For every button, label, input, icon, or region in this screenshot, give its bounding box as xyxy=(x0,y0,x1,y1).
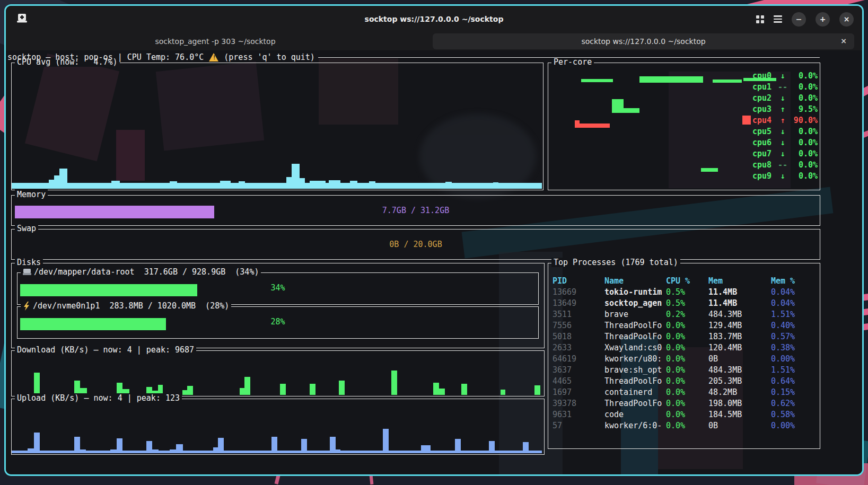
chart-bar xyxy=(369,181,375,189)
chart-bar xyxy=(575,124,610,128)
tab-socktop-agent[interactable]: socktop_agent -p 303 ~/socktop xyxy=(6,32,425,50)
core-alert-spacer xyxy=(742,82,751,91)
chart-bar xyxy=(489,441,495,453)
core-name: cpu6 xyxy=(752,138,777,147)
core-usage-value: 9.5% xyxy=(788,104,818,114)
disk-data-root-title: /dev/mapper/data-root 317.6GB / 928.9GB … xyxy=(21,267,261,277)
tab-socktop-active[interactable]: socktop ws://127.0.0.0 ~/socktop × xyxy=(433,33,854,49)
process-mem: 129.4MB xyxy=(708,321,771,330)
process-mem: 48.2MB xyxy=(708,387,771,397)
chart-bar xyxy=(182,390,187,395)
core-alert-spacer xyxy=(742,160,751,169)
process-cpu: 0.0% xyxy=(666,387,708,397)
chart-bar xyxy=(170,449,176,453)
tab-label: socktop_agent -p 303 ~/socktop xyxy=(155,37,275,46)
host-temp-text: socktop — host: pop-os | CPU Temp: 76.0°… xyxy=(7,52,204,62)
core-alert-spacer xyxy=(742,138,751,147)
core-trend-icon: ↑ xyxy=(777,116,788,125)
process-pid: 1697 xyxy=(553,387,604,397)
core-alert-spacer xyxy=(742,149,751,158)
chart-bar xyxy=(54,175,59,189)
minimize-button[interactable]: − xyxy=(792,12,806,27)
process-mem-percent: 1.51% xyxy=(771,365,817,375)
chart-bar xyxy=(244,377,250,395)
chart-bar xyxy=(271,437,277,453)
process-mem: 0B xyxy=(708,354,771,364)
cpu-avg-sparkline xyxy=(12,63,543,190)
core-usage-value: 0.0% xyxy=(788,149,818,158)
core-row: cpu9↓0.0% xyxy=(742,170,818,181)
chart-bar xyxy=(433,383,439,395)
process-mem: 11.4MB xyxy=(708,287,771,297)
chart-bar xyxy=(612,99,624,113)
core-trend-icon: ↓ xyxy=(777,149,788,158)
process-cpu: 0.5% xyxy=(666,298,708,308)
process-table-header: PIDNameCPU %MemMem % xyxy=(553,275,817,286)
tab-bar: socktop_agent -p 303 ~/socktop socktop w… xyxy=(6,32,862,50)
process-row: 9631code0.0%184.5MB0.58% xyxy=(553,409,817,420)
process-mem: 120.4MB xyxy=(708,343,771,352)
process-row: 4465ThreadPoolFo0.0%205.3MB0.64% xyxy=(553,375,817,386)
core-trend-icon: ↓ xyxy=(777,71,788,81)
chart-bar xyxy=(701,168,718,172)
chart-bar xyxy=(713,80,742,83)
top-processes-title: Top Processes (1769 total) xyxy=(551,258,680,267)
chart-bar xyxy=(110,449,117,453)
hamburger-menu-icon[interactable] xyxy=(774,15,782,23)
workspace-grid-icon[interactable] xyxy=(756,15,764,23)
core-name: cpu1 xyxy=(752,82,777,92)
chart-bar xyxy=(280,384,286,395)
process-cpu: 0.2% xyxy=(666,310,708,319)
per-core-panel: Per-core cpu0↓0.0%cpu1--0.0%cpu2↓0.0%cpu… xyxy=(548,63,820,190)
process-mem-percent: 0.04% xyxy=(771,287,817,297)
core-alert-spacer xyxy=(742,127,751,136)
chart-bar xyxy=(152,449,159,453)
chart-bar xyxy=(292,164,300,189)
core-trend-icon: ↓ xyxy=(777,171,788,181)
disk-label: /dev/nvme0n1p1 283.8MB / 1020.0MB (28%) xyxy=(33,301,229,311)
chart-bar xyxy=(329,180,340,189)
download-bars xyxy=(12,351,544,396)
upload-panel: Upload (KB/s) — now: 4 | peak: 123 xyxy=(11,399,545,455)
process-pid: 7556 xyxy=(553,321,604,330)
download-title: Download (KB/s) — now: 4 | peak: 9687 xyxy=(15,345,196,355)
process-name: Xwayland:cs0 xyxy=(604,343,666,352)
core-name: cpu5 xyxy=(752,127,777,136)
core-row: cpu7↓0.0% xyxy=(742,148,818,159)
process-mem-percent: 0.40% xyxy=(771,321,817,330)
core-usage-value: 0.0% xyxy=(788,71,818,81)
chart-bar xyxy=(218,438,224,453)
chart-bar xyxy=(455,439,461,453)
top-processes-panel: Top Processes (1769 total) PIDNameCPU %M… xyxy=(548,263,820,449)
process-pid: 3637 xyxy=(553,365,604,375)
chart-bar xyxy=(445,182,452,189)
process-row: 3637brave:sh_opt0.0%484.3MB1.51% xyxy=(553,364,817,375)
chart-bar xyxy=(28,448,34,453)
warning-icon: ! xyxy=(209,53,218,61)
process-cpu: 0.0% xyxy=(666,343,708,352)
chart-bar xyxy=(639,76,703,83)
chart-bar xyxy=(74,381,80,395)
disk-nvme-title: /dev/nvme0n1p1 283.8MB / 1020.0MB (28%) xyxy=(21,301,231,311)
core-trend-icon: ↓ xyxy=(777,93,788,103)
core-usage-value: 0.0% xyxy=(788,127,818,136)
chart-bar xyxy=(74,437,80,453)
chart-bar xyxy=(330,437,336,453)
tab-close-icon[interactable]: × xyxy=(840,37,847,45)
close-button[interactable]: × xyxy=(839,12,854,27)
chart-bar xyxy=(286,177,292,189)
chart-bar xyxy=(239,181,245,189)
download-panel: Download (KB/s) — now: 4 | peak: 9687 xyxy=(11,350,545,396)
process-pid: 64619 xyxy=(553,354,604,364)
titlebar[interactable]: socktop ws://127.0.0.0 ~/socktop − + × xyxy=(6,6,862,32)
process-cpu: 0.0% xyxy=(666,376,708,386)
process-row: 64619kworker/u80:0.0%0B0.00% xyxy=(553,353,817,364)
new-window-icon[interactable] xyxy=(16,13,28,26)
maximize-button[interactable]: + xyxy=(816,12,830,27)
chart-bar xyxy=(240,388,244,395)
process-name: tokio-runtim xyxy=(604,287,666,297)
swap-title: Swap xyxy=(15,224,38,233)
terminal-content: socktop — host: pop-os | CPU Temp: 76.0°… xyxy=(6,50,862,474)
core-alert-spacer xyxy=(742,171,751,180)
chart-bar xyxy=(213,447,218,453)
